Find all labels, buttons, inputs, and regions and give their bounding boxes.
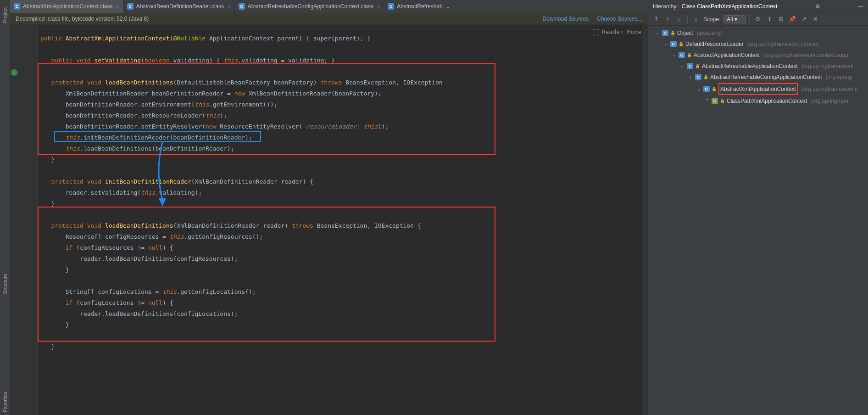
close-icon[interactable]: × [116,4,119,9]
class-hierarchy-icon[interactable]: ⇡ [651,15,661,24]
tab-abstract-xml[interactable]: CAbstractXmlApplicationContext.class× [10,0,123,13]
node-name: AbstractApplicationContext [694,50,760,60]
node-package: (org.springframework.core.io) [747,39,819,49]
class-icon: C [670,41,677,47]
favorites-tool-button[interactable]: Favorites [2,389,8,415]
editor-scrollbar[interactable] [642,25,648,415]
close-panel-icon[interactable]: ✕ [810,15,820,24]
class-icon: C [239,3,245,10]
node-package: (org.springframework.context.supp [763,50,848,60]
tree-node[interactable]: *C🔒ClassPathXmlApplicationContext(org.sp… [651,95,868,107]
tab-bean-reader[interactable]: CAbstractBeanDefinitionReader.class× [123,0,235,13]
lock-icon: 🔒 [703,72,708,82]
subtypes-icon[interactable]: ↓ [674,15,684,24]
lock-icon: 🔒 [687,50,692,60]
close-icon[interactable]: × [377,4,380,9]
export-icon[interactable]: ↗ [799,15,809,24]
node-name: ClassPathXmlApplicationContext [727,96,807,106]
lock-icon: 🔒 [670,28,675,38]
expander-icon[interactable]: ⌄ [696,84,701,94]
editor-gutter [10,25,38,415]
sort-icon[interactable]: ↕ [691,15,701,24]
class-icon: C [127,3,134,10]
class-icon: C [687,63,693,69]
hide-icon[interactable]: — [858,3,863,10]
refresh-icon[interactable]: ⟳ [753,15,763,24]
left-tool-strip: Project Structure Favorites [0,0,10,415]
tab-refreshable-config[interactable]: CAbstractRefreshableConfigApplicationCon… [235,0,384,13]
expander-icon[interactable]: ⌄ [679,61,685,71]
chevron-down-icon[interactable]: ⌄ [445,3,450,10]
close-icon[interactable]: × [228,4,230,9]
node-package: (org.springfram [811,96,848,106]
hierarchy-title: Class ClassPathXmlApplicationContext [682,3,778,10]
tree-node[interactable]: ⌄C🔒AbstractRefreshableConfigApplicationC… [651,72,868,83]
scope-label: Scope: [703,16,720,22]
class-icon: C [712,98,718,104]
node-package: (java.lang) [697,28,723,38]
tab-refreshable-truncated[interactable]: CAbstractRefreshab⌄ [384,0,454,13]
download-sources-link[interactable]: Download Sources [543,16,589,22]
tree-node[interactable]: ⌄C🔒Object(java.lang) [651,28,868,39]
pin-icon[interactable]: 📌 [787,15,797,24]
expander-icon[interactable]: ⌄ [688,72,693,82]
node-name: AbstractRefreshableApplicationContext [702,61,798,71]
project-tool-button[interactable]: Project [2,5,8,26]
node-name: DefaultResourceLoader [685,39,744,49]
structure-tool-button[interactable]: Structure [2,271,8,297]
tree-node[interactable]: ⌄C🔒AbstractRefreshableApplicationContext… [651,61,868,72]
class-icon: C [703,86,710,92]
lock-icon: 🔒 [695,61,700,71]
expand-all-icon[interactable]: ⊞ [776,15,786,24]
node-package: (org.springframework [801,61,853,71]
class-icon: C [679,52,685,58]
hierarchy-label: Hierarchy: [653,3,678,10]
code-editor[interactable]: Reader Mode public AbstractXmlApplicatio… [38,25,648,415]
node-name: AbstractXmlApplicationContext [718,83,798,95]
tree-node[interactable]: ⌄C🔒AbstractApplicationContext(org.spring… [651,50,868,61]
expander-icon[interactable]: ⌄ [671,50,677,60]
decompiled-notice-bar: Decompiled .class file, bytecode version… [10,13,648,25]
scope-select[interactable]: All ▾ [723,15,746,23]
decompiled-text: Decompiled .class file, bytecode version… [16,16,149,22]
editor-tabs: CAbstractXmlApplicationContext.class× CA… [10,0,648,13]
expander-icon[interactable]: ⌄ [663,39,668,49]
class-icon: C [14,3,20,10]
lock-icon: 🔒 [712,84,717,94]
expander-icon[interactable]: * [704,96,710,106]
node-package: (org.spring [825,72,851,82]
hierarchy-panel: Hierarchy: Class ClassPathXmlApplication… [648,0,868,415]
expander-icon[interactable]: ⌄ [655,28,660,38]
supertypes-icon[interactable]: ↑ [662,15,673,24]
autoscroll-icon[interactable]: ⤓ [764,15,774,24]
node-name: AbstractRefreshableConfigApplicationCont… [710,72,822,82]
class-icon: C [388,3,394,10]
hierarchy-toolbar: ⇡ ↑ ↓ ↕ Scope: All ▾ ⟳ ⤓ ⊞ 📌 ↗ ✕ [648,13,868,26]
node-package: (org.springframework.c [801,84,858,94]
lock-icon: 🔒 [679,39,684,49]
class-icon: C [662,30,668,36]
lock-icon: 🔒 [720,96,725,106]
gear-icon[interactable]: ⚙ [815,3,820,10]
tree-node[interactable]: ⌄C🔒DefaultResourceLoader(org.springframe… [651,39,868,50]
node-name: Object [677,28,693,38]
class-icon: C [695,74,701,80]
run-marker-icon[interactable] [11,70,17,75]
choose-sources-link[interactable]: Choose Sources... [597,16,642,22]
tree-node[interactable]: ⌄C🔒AbstractXmlApplicationContext(org.spr… [651,83,868,95]
hierarchy-tree[interactable]: ⌄C🔒Object(java.lang)⌄C🔒DefaultResourceLo… [648,26,868,415]
